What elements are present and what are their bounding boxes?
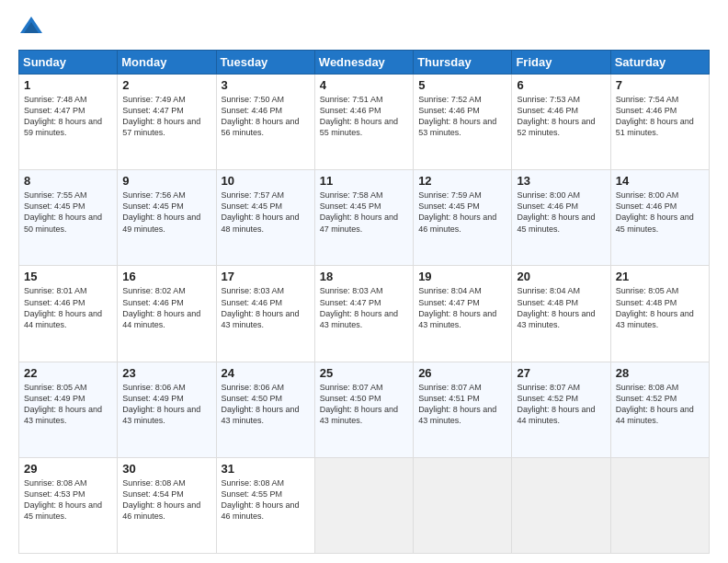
calendar-cell: 16 Sunrise: 8:02 AMSunset: 4:46 PMDaylig… [118,266,216,362]
calendar-cell: 9 Sunrise: 7:56 AMSunset: 4:45 PMDayligh… [118,170,216,266]
day-number: 9 [122,174,210,188]
calendar-cell: 20 Sunrise: 8:04 AMSunset: 4:48 PMDaylig… [512,266,610,362]
calendar-cell [610,457,709,553]
cell-details: Sunrise: 7:54 AMSunset: 4:46 PMDaylight:… [616,95,694,137]
cell-details: Sunrise: 8:00 AMSunset: 4:46 PMDaylight:… [517,190,595,233]
day-number: 30 [122,462,210,476]
cell-details: Sunrise: 8:00 AMSunset: 4:46 PMDaylight:… [616,190,694,233]
cell-details: Sunrise: 7:50 AMSunset: 4:46 PMDaylight:… [222,95,300,137]
cell-details: Sunrise: 7:59 AMSunset: 4:45 PMDaylight:… [418,190,496,233]
day-header-tuesday: Tuesday [216,51,314,75]
calendar-week-3: 15 Sunrise: 8:01 AMSunset: 4:46 PMDaylig… [19,266,710,362]
calendar-cell: 27 Sunrise: 8:07 AMSunset: 4:52 PMDaylig… [512,362,610,457]
calendar-cell: 2 Sunrise: 7:49 AMSunset: 4:47 PMDayligh… [118,75,216,170]
calendar-cell: 7 Sunrise: 7:54 AMSunset: 4:46 PMDayligh… [610,75,709,170]
calendar-cell: 26 Sunrise: 8:07 AMSunset: 4:51 PMDaylig… [414,362,512,457]
cell-details: Sunrise: 8:07 AMSunset: 4:51 PMDaylight:… [418,383,496,425]
calendar-cell: 6 Sunrise: 7:53 AMSunset: 4:46 PMDayligh… [512,75,610,170]
cell-details: Sunrise: 8:05 AMSunset: 4:48 PMDaylight:… [616,286,694,328]
day-number: 24 [222,366,310,380]
day-number: 5 [418,78,506,92]
cell-details: Sunrise: 8:08 AMSunset: 4:52 PMDaylight:… [616,383,694,425]
day-number: 17 [222,270,310,283]
day-number: 12 [418,174,506,188]
calendar-cell: 4 Sunrise: 7:51 AMSunset: 4:46 PMDayligh… [314,75,413,170]
page: SundayMondayTuesdayWednesdayThursdayFrid… [0,0,728,563]
calendar-cell: 3 Sunrise: 7:50 AMSunset: 4:46 PMDayligh… [216,75,314,170]
cell-details: Sunrise: 8:07 AMSunset: 4:52 PMDaylight:… [517,383,595,425]
header [18,15,710,40]
day-header-monday: Monday [118,51,216,75]
cell-details: Sunrise: 8:08 AMSunset: 4:55 PMDaylight:… [222,478,300,521]
calendar-cell: 30 Sunrise: 8:08 AMSunset: 4:54 PMDaylig… [118,457,216,553]
calendar-cell: 19 Sunrise: 8:04 AMSunset: 4:47 PMDaylig… [414,266,512,362]
day-number: 15 [24,270,112,283]
cell-details: Sunrise: 7:53 AMSunset: 4:46 PMDaylight:… [517,95,595,137]
calendar-table: SundayMondayTuesdayWednesdayThursdayFrid… [18,50,710,554]
calendar-cell [314,457,413,553]
day-number: 20 [517,270,605,283]
cell-details: Sunrise: 7:48 AMSunset: 4:47 PMDaylight:… [24,95,102,137]
cell-details: Sunrise: 7:57 AMSunset: 4:45 PMDaylight:… [222,190,300,233]
calendar-cell: 29 Sunrise: 8:08 AMSunset: 4:53 PMDaylig… [19,457,118,553]
logo-icon [18,15,44,40]
cell-details: Sunrise: 8:06 AMSunset: 4:50 PMDaylight:… [222,383,300,425]
calendar-cell: 22 Sunrise: 8:05 AMSunset: 4:49 PMDaylig… [19,362,118,457]
calendar-cell [414,457,512,553]
cell-details: Sunrise: 7:55 AMSunset: 4:45 PMDaylight:… [24,190,102,233]
calendar-week-1: 1 Sunrise: 7:48 AMSunset: 4:47 PMDayligh… [19,75,710,170]
calendar-cell: 10 Sunrise: 7:57 AMSunset: 4:45 PMDaylig… [216,170,314,266]
calendar-cell: 14 Sunrise: 8:00 AMSunset: 4:46 PMDaylig… [610,170,709,266]
day-number: 2 [122,78,210,92]
day-number: 6 [517,78,605,92]
day-header-saturday: Saturday [610,51,709,75]
calendar-week-4: 22 Sunrise: 8:05 AMSunset: 4:49 PMDaylig… [19,362,710,457]
day-header-sunday: Sunday [19,51,118,75]
day-number: 3 [222,78,310,92]
day-number: 13 [517,174,605,188]
cell-details: Sunrise: 8:03 AMSunset: 4:46 PMDaylight:… [222,286,300,328]
cell-details: Sunrise: 8:04 AMSunset: 4:47 PMDaylight:… [418,286,496,328]
cell-details: Sunrise: 8:07 AMSunset: 4:50 PMDaylight:… [320,383,398,425]
day-number: 4 [320,78,408,92]
calendar-cell: 25 Sunrise: 8:07 AMSunset: 4:50 PMDaylig… [314,362,413,457]
calendar-cell: 24 Sunrise: 8:06 AMSunset: 4:50 PMDaylig… [216,362,314,457]
cell-details: Sunrise: 8:08 AMSunset: 4:54 PMDaylight:… [122,478,200,521]
calendar-cell: 11 Sunrise: 7:58 AMSunset: 4:45 PMDaylig… [314,170,413,266]
cell-details: Sunrise: 8:02 AMSunset: 4:46 PMDaylight:… [122,286,200,328]
cell-details: Sunrise: 8:05 AMSunset: 4:49 PMDaylight:… [24,383,102,425]
cell-details: Sunrise: 8:06 AMSunset: 4:49 PMDaylight:… [122,383,200,425]
calendar-week-2: 8 Sunrise: 7:55 AMSunset: 4:45 PMDayligh… [19,170,710,266]
day-number: 22 [24,366,112,380]
day-number: 14 [616,174,704,188]
day-number: 25 [320,366,408,380]
day-number: 29 [24,462,112,476]
day-number: 21 [616,270,704,283]
calendar-cell: 1 Sunrise: 7:48 AMSunset: 4:47 PMDayligh… [19,75,118,170]
day-number: 1 [24,78,112,92]
calendar-cell: 5 Sunrise: 7:52 AMSunset: 4:46 PMDayligh… [414,75,512,170]
cell-details: Sunrise: 7:51 AMSunset: 4:46 PMDaylight:… [320,95,398,137]
calendar-week-5: 29 Sunrise: 8:08 AMSunset: 4:53 PMDaylig… [19,457,710,553]
calendar-cell: 23 Sunrise: 8:06 AMSunset: 4:49 PMDaylig… [118,362,216,457]
day-number: 16 [122,270,210,283]
calendar-cell: 13 Sunrise: 8:00 AMSunset: 4:46 PMDaylig… [512,170,610,266]
day-number: 27 [517,366,605,380]
calendar-cell: 18 Sunrise: 8:03 AMSunset: 4:47 PMDaylig… [314,266,413,362]
calendar-header-row: SundayMondayTuesdayWednesdayThursdayFrid… [19,51,710,75]
logo [18,15,48,40]
day-number: 11 [320,174,408,188]
day-number: 7 [616,78,704,92]
cell-details: Sunrise: 7:49 AMSunset: 4:47 PMDaylight:… [122,95,200,137]
calendar-cell: 31 Sunrise: 8:08 AMSunset: 4:55 PMDaylig… [216,457,314,553]
day-number: 10 [222,174,310,188]
calendar-cell: 28 Sunrise: 8:08 AMSunset: 4:52 PMDaylig… [610,362,709,457]
cell-details: Sunrise: 8:04 AMSunset: 4:48 PMDaylight:… [517,286,595,328]
day-number: 31 [222,462,310,476]
cell-details: Sunrise: 8:03 AMSunset: 4:47 PMDaylight:… [320,286,398,328]
day-number: 18 [320,270,408,283]
day-header-friday: Friday [512,51,610,75]
day-number: 28 [616,366,704,380]
day-number: 26 [418,366,506,380]
day-number: 8 [24,174,112,188]
